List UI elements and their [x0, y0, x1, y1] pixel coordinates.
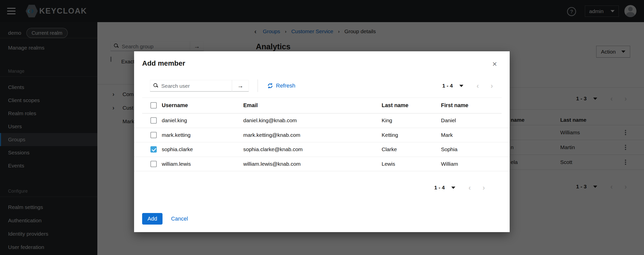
toolbar-separator [258, 79, 258, 92]
user-search [150, 80, 232, 92]
last-name-cell: Ketting [382, 132, 398, 138]
first-name-cell: William [441, 161, 458, 167]
row-checkbox[interactable] [150, 117, 157, 124]
user-table-rows: daniel.king daniel.king@knab.com King Da… [134, 113, 510, 171]
pagination-prev-icon[interactable] [476, 82, 479, 89]
pagination-range[interactable]: 1 - 4 [442, 83, 453, 89]
last-name-cell: Lewis [382, 161, 395, 167]
user-row: mark.ketting mark.ketting@knab.com Ketti… [134, 128, 510, 143]
column-header-username: Username [162, 102, 188, 109]
modal-pagination-top: 1 - 4 [442, 82, 493, 90]
modal-pagination-bottom: 1 - 4 [434, 184, 485, 191]
keycloak-admin-console: KEYCLOAK admin demo Current realm Manage… [0, 0, 644, 255]
user-table-header: Username Email Last name First name [134, 98, 510, 113]
email-cell: mark.ketting@knab.com [243, 132, 300, 138]
column-header-last-name: Last name [382, 102, 408, 109]
column-header-first-name: First name [441, 102, 468, 109]
column-header-email: Email [243, 102, 258, 109]
username-cell: daniel.king [162, 117, 187, 123]
close-icon[interactable] [492, 60, 497, 68]
add-button[interactable]: Add [142, 213, 163, 225]
email-cell: william.lewis@knab.com [243, 161, 301, 167]
user-search-submit-button[interactable] [232, 80, 249, 92]
pagination-prev-icon[interactable] [468, 184, 471, 191]
username-cell: sophia.clarke [162, 146, 193, 152]
row-checkbox[interactable] [150, 146, 157, 153]
last-name-cell: Clarke [382, 146, 397, 152]
pagination-next-icon[interactable] [482, 184, 485, 191]
first-name-cell: Sophia [441, 146, 457, 152]
user-row: william.lewis william.lewis@knab.com Lew… [134, 157, 510, 172]
refresh-icon [267, 82, 273, 89]
user-search-input[interactable] [161, 80, 232, 92]
user-row: daniel.king daniel.king@knab.com King Da… [134, 113, 510, 128]
first-name-cell: Mark [441, 132, 453, 138]
email-cell: sophia.clarke@knab.com [243, 146, 303, 152]
pagination-next-icon[interactable] [491, 82, 493, 89]
modal-title: Add member [142, 59, 185, 67]
row-checkbox[interactable] [150, 132, 157, 138]
pagination-range[interactable]: 1 - 4 [434, 185, 445, 191]
search-icon [153, 83, 158, 88]
first-name-cell: Daniel [441, 117, 456, 123]
cancel-button[interactable]: Cancel [171, 213, 188, 225]
username-cell: william.lewis [162, 161, 191, 167]
row-checkbox[interactable] [150, 161, 157, 167]
last-name-cell: King [382, 117, 392, 123]
pagination-options-icon[interactable] [451, 187, 455, 189]
username-cell: mark.ketting [162, 132, 190, 138]
select-all-checkbox[interactable] [150, 102, 157, 109]
email-cell: daniel.king@knab.com [243, 117, 297, 123]
refresh-label: Refresh [276, 82, 295, 89]
user-row: sophia.clarke sophia.clarke@knab.com Cla… [134, 142, 510, 157]
add-member-modal: Add member Refresh 1 - 4 Userna [134, 51, 510, 232]
pagination-options-icon[interactable] [459, 85, 463, 87]
refresh-button[interactable]: Refresh [267, 80, 295, 92]
